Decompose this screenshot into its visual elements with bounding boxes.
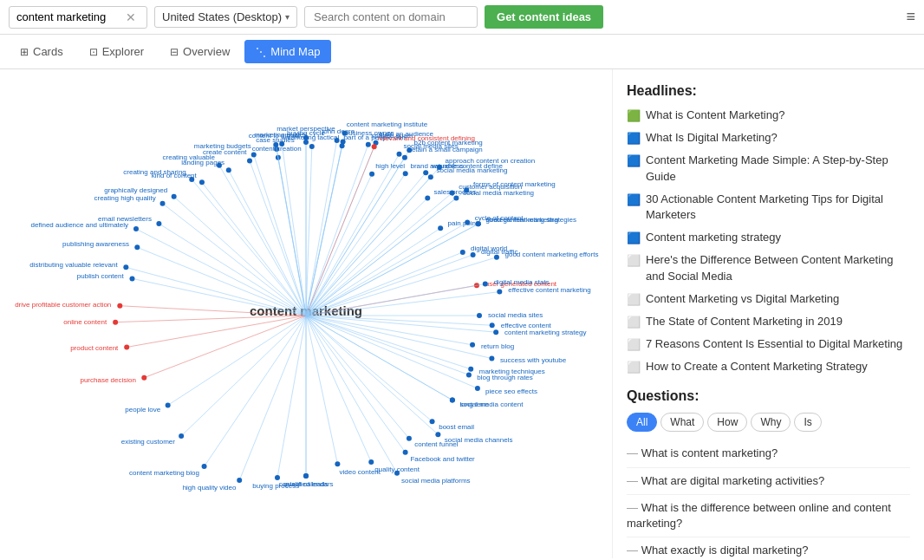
mindmap-area[interactable]: content marketing user generated content…	[0, 69, 612, 558]
svg-text:content calendars: content calendars	[278, 480, 333, 488]
filter-why[interactable]: Why	[751, 413, 791, 432]
svg-point-202	[470, 342, 475, 348]
svg-text:blog through rates: blog through rates	[477, 374, 533, 381]
svg-line-147	[229, 170, 306, 316]
svg-line-48	[115, 316, 306, 322]
svg-line-138	[159, 224, 306, 316]
headline-item: 🟦 What Is Digital Marketing?	[627, 130, 910, 146]
headline-text: Content Marketing vs Digital Marketing	[646, 291, 839, 307]
cards-icon: ⊞	[20, 46, 29, 58]
svg-point-7	[468, 367, 473, 372]
question-item: What are digital marketing activities?	[627, 468, 910, 495]
svg-line-36	[181, 316, 306, 436]
headline-item: ⬜ Content Marketing vs Digital Marketing	[627, 291, 910, 307]
get-ideas-button[interactable]: Get content ideas	[485, 5, 603, 29]
headline-text: Content Marketing Made Simple: A Step-by…	[646, 153, 910, 184]
svg-point-91	[247, 158, 252, 163]
svg-point-175	[476, 221, 481, 226]
svg-line-174	[306, 224, 478, 316]
svg-point-64	[369, 172, 374, 177]
headline-text: What is Content Marketing?	[646, 107, 784, 123]
svg-line-183	[306, 173, 426, 316]
headlines-list: 🟩 What is Content Marketing? 🟦 What Is D…	[627, 107, 910, 374]
filter-what[interactable]: What	[660, 413, 704, 432]
svg-text:social media sites: social media sites	[488, 311, 543, 319]
headline-item: ⬜ How to Create a Content Marketing Stra…	[627, 359, 910, 374]
svg-line-78	[136, 229, 306, 316]
svg-text:content marketing strategy: content marketing strategy	[504, 329, 586, 336]
svg-point-160	[340, 143, 345, 148]
headline-item: ⬜ Here's the Difference Between Content …	[627, 252, 910, 283]
svg-point-205	[466, 372, 472, 377]
svg-point-130	[490, 322, 495, 328]
svg-text:piece seo effects: piece seo effects	[485, 387, 537, 395]
svg-point-61	[403, 171, 408, 176]
svg-text:drive profitable customer acti: drive profitable customer action	[15, 301, 111, 309]
svg-text:marketing budgets: marketing budgets	[194, 142, 251, 150]
tab-mindmap[interactable]: ⋱ Mind Map	[244, 40, 331, 63]
tab-cards-label: Cards	[33, 45, 63, 58]
overview-icon: ⊟	[170, 46, 179, 58]
svg-text:john deere: john deere	[321, 127, 355, 135]
svg-line-216	[306, 316, 397, 473]
svg-line-180	[137, 247, 306, 316]
svg-line-15	[306, 316, 406, 453]
svg-point-16	[403, 450, 408, 455]
svg-text:content funnel: content funnel	[414, 440, 458, 448]
svg-point-139	[156, 221, 161, 226]
menu-icon[interactable]: ≡	[906, 8, 915, 26]
svg-point-169	[428, 174, 433, 179]
favicon-icon: 🟦	[627, 231, 641, 244]
favicon-icon: ⬜	[627, 337, 641, 351]
svg-point-19	[368, 459, 374, 465]
tab-overview[interactable]: ⊟ Overview	[159, 40, 241, 63]
svg-point-154	[279, 141, 284, 147]
svg-point-220	[335, 138, 340, 143]
search-box: ✕	[9, 6, 147, 29]
svg-text:online content: online content	[63, 318, 107, 326]
svg-text:content marketing blog: content marketing blog	[129, 469, 199, 477]
tab-mindmap-label: Mind Map	[270, 45, 320, 58]
svg-text:distributing valuable relevant: distributing valuable relevant	[29, 261, 118, 269]
svg-point-82	[160, 201, 166, 206]
svg-line-171	[306, 199, 456, 316]
svg-line-90	[250, 160, 306, 316]
svg-point-166	[402, 155, 407, 160]
svg-line-27	[277, 316, 306, 478]
svg-point-31	[237, 478, 242, 483]
svg-text:creating high quality: creating high quality	[94, 194, 155, 202]
headline-item: ⬜ The State of Content Marketing in 2019	[627, 314, 910, 329]
svg-point-199	[477, 313, 482, 318]
svg-point-34	[202, 464, 207, 469]
svg-text:graphically designed: graphically designed	[104, 186, 167, 194]
filter-is[interactable]: Is	[794, 413, 821, 432]
svg-text:content marketing institute: content marketing institute	[347, 120, 428, 128]
svg-line-45	[127, 316, 306, 347]
filter-how[interactable]: How	[707, 413, 747, 432]
svg-text:digital media stats: digital media stats	[494, 278, 550, 286]
headline-text: What Is Digital Marketing?	[646, 130, 778, 146]
search-input[interactable]	[16, 10, 120, 23]
favicon-icon: 🟦	[627, 131, 641, 145]
tab-cards[interactable]: ⊞ Cards	[9, 40, 75, 63]
svg-point-223	[366, 142, 371, 147]
svg-point-151	[251, 153, 257, 158]
svg-text:content to attract: content to attract	[249, 132, 301, 140]
filter-all[interactable]: All	[627, 413, 657, 432]
svg-text:video content: video content	[339, 468, 381, 476]
svg-point-196	[483, 282, 488, 287]
svg-text:product content: product content	[70, 344, 119, 352]
clear-icon[interactable]: ✕	[126, 10, 136, 24]
favicon-icon: ⬜	[627, 360, 641, 374]
svg-text:success with youtube: success with youtube	[500, 356, 567, 364]
svg-point-148	[226, 167, 231, 173]
svg-line-165	[306, 158, 405, 316]
svg-line-150	[254, 155, 306, 316]
location-select[interactable]: United States (Desktop) ▾	[154, 6, 297, 28]
svg-point-79	[133, 226, 139, 231]
tab-explorer[interactable]: ⊡ Explorer	[78, 40, 155, 63]
svg-text:purchase decision: purchase decision	[80, 376, 135, 384]
svg-point-187	[450, 191, 455, 196]
svg-text:long term: long term	[460, 400, 490, 408]
domain-search-input[interactable]	[304, 6, 478, 28]
